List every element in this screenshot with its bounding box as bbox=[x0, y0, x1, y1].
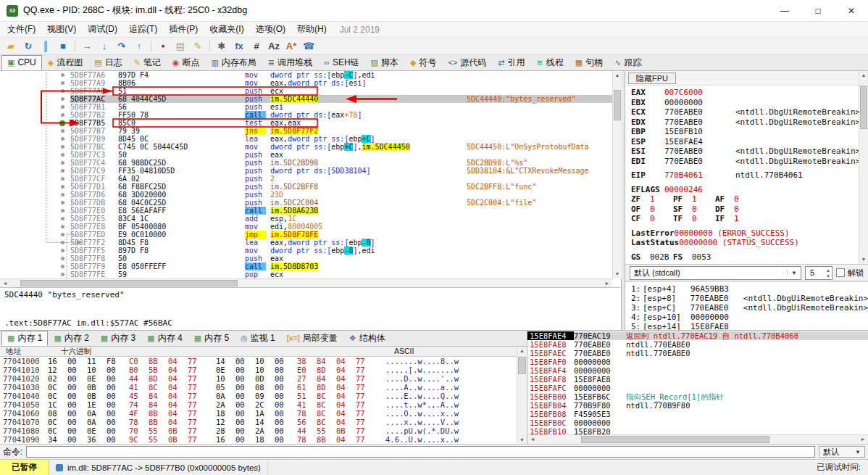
command-input[interactable] bbox=[26, 446, 815, 458]
disasm-row-5D8F77C9[interactable]: 5D8F77C9FF35 04810D5Dpush dword ptr ds:[… bbox=[0, 167, 612, 175]
stack-row-15E8FAF8[interactable]: 15E8FAF815E8FAE8 bbox=[527, 375, 868, 384]
stack-row-15E8FAFC[interactable]: 15E8FAFC00000000 bbox=[527, 384, 868, 392]
menu-item-1[interactable]: 视图(V) bbox=[41, 22, 82, 37]
restart-icon[interactable]: ↻ bbox=[20, 39, 36, 54]
stack-row-15E8FAEC[interactable]: 15E8FAEC770EABE0ntdll.770EABE0 bbox=[527, 349, 868, 358]
registers-vscrollbar[interactable]: ▲ ▼ bbox=[859, 71, 868, 264]
stack-row-15E8FAF0[interactable]: 15E8FAF000000000 bbox=[527, 358, 868, 366]
breakpoint-dot[interactable] bbox=[61, 185, 64, 189]
bottom-tab-dump5[interactable]: ▦内存 5 bbox=[188, 331, 235, 346]
run-icon[interactable]: → bbox=[79, 39, 95, 54]
disasm-row-5D8F77BC[interactable]: 5D8F77BCC745 0C 5044C45Dmov dword ptr ss… bbox=[0, 143, 612, 151]
disasm-row-5D8F77E5[interactable]: 5D8F77E583C4 1Cadd esp,1C bbox=[0, 215, 612, 223]
breakpoint-dot[interactable] bbox=[61, 153, 64, 157]
breakpoint-dot[interactable] bbox=[61, 89, 64, 93]
convention-select[interactable]: 默认 (stdcall) ▼ bbox=[630, 266, 801, 280]
register-row[interactable]: EBX00000000 bbox=[631, 98, 858, 108]
arg-count-stepper[interactable]: 5 ▲▼ bbox=[805, 266, 832, 280]
memory-vscrollbar[interactable]: ▲ ▼ bbox=[517, 347, 527, 445]
register-row[interactable]: ESI770EABE0<ntdll.DbgUiRemoteBreakin> bbox=[631, 146, 858, 157]
tab-script[interactable]: ▨脚本 bbox=[365, 55, 404, 70]
stack-row-15E8FB00[interactable]: 15E8FB0015E8FB6C指向SEH_Record[1]的指针 bbox=[527, 392, 868, 401]
maximize-button[interactable]: □ bbox=[801, 0, 835, 21]
register-row[interactable]: EFLAGS00000246 bbox=[631, 185, 858, 195]
font-icon[interactable]: Az bbox=[266, 39, 282, 54]
breakpoint-dot[interactable] bbox=[61, 257, 64, 260]
register-row[interactable]: OF0SF0DF0 bbox=[631, 205, 858, 215]
breakpoint-dot[interactable] bbox=[61, 265, 64, 268]
step-out-icon[interactable]: ↑ bbox=[131, 39, 147, 54]
disasm-row-5D8F77C3[interactable]: 5D8F77C350push eax bbox=[0, 151, 612, 159]
breakpoint-dot[interactable] bbox=[61, 225, 64, 228]
argument-row[interactable]: 5:[esp+14]15E8FAE8 bbox=[631, 322, 868, 330]
memory-row-77041090[interactable]: 7704109034 00 36 009C 55 0B 7716 00 18 0… bbox=[0, 435, 527, 444]
close-button[interactable]: ✕ bbox=[835, 0, 868, 21]
register-row[interactable]: EDI770EABE0<ntdll.DbgUiRemoteBreakin> bbox=[631, 157, 858, 167]
breakpoint-dot[interactable] bbox=[61, 217, 64, 220]
disasm-hscrollbar[interactable]: ◄ ► bbox=[0, 278, 612, 287]
tab-notes[interactable]: ✎笔记 bbox=[128, 55, 167, 70]
disasm-row-5D8F77FE[interactable]: 5D8F77FE59pop ecx bbox=[0, 270, 612, 278]
step-into-icon[interactable]: ↓ bbox=[96, 39, 112, 54]
breakpoint-dot[interactable] bbox=[61, 209, 64, 212]
disasm-row-5D8F77B5[interactable]: 5D8F77B585C0test eax,eax bbox=[0, 119, 612, 127]
breakpoint-dot[interactable] bbox=[61, 129, 64, 133]
disasm-row-5D8F77E8[interactable]: 5D8F77E8BF 05400080mov edi,80004005 bbox=[0, 223, 612, 231]
register-row[interactable]: LastError00000000 (ERROR_SUCCESS) bbox=[631, 228, 858, 239]
bottom-tab-dump1[interactable]: ▦内存 1 bbox=[1, 331, 48, 346]
register-row[interactable]: EAX007C6000 bbox=[631, 88, 858, 98]
scroll-up-arrow[interactable]: ▲ bbox=[613, 71, 622, 80]
breakpoint-dot[interactable] bbox=[61, 169, 64, 173]
memory-rows[interactable]: 7704100016 00 11 F8C0 8B 04 7714 00 10 0… bbox=[0, 357, 527, 445]
tab-graph[interactable]: ◈流程图 bbox=[42, 55, 88, 70]
breakpoint-dot[interactable] bbox=[59, 120, 65, 126]
bottom-tab-locals[interactable]: [x=]局部变量 bbox=[281, 331, 343, 346]
stack-row-15E8FAE8[interactable]: 15E8FAE8770EABE0ntdll.770EABE0 bbox=[527, 340, 868, 349]
register-row[interactable]: ZF1PF1AF0 bbox=[631, 194, 858, 205]
argument-row[interactable]: 3:[esp+C]770EABE0<ntdll.DbgUiRemoteBreak… bbox=[631, 303, 868, 313]
scroll-left-arrow[interactable]: ◄ bbox=[527, 435, 538, 444]
checkbox-icon[interactable] bbox=[836, 268, 845, 277]
bottom-tab-dump4[interactable]: ▦内存 4 bbox=[141, 331, 188, 346]
register-row[interactable]: ESP15E8FAE4 bbox=[631, 137, 858, 147]
pause-icon[interactable]: ║ bbox=[38, 39, 54, 54]
argument-row[interactable]: 2:[esp+8]770EABE0<ntdll.DbgUiRemoteBreak… bbox=[631, 294, 868, 303]
memory-row-77041080[interactable]: 770410800C 00 0E 0070 55 0B 7728 00 2A 0… bbox=[0, 426, 527, 435]
stack-row-15E8FAF4[interactable]: 15E8FAF400000000 bbox=[527, 366, 868, 375]
disasm-row-5D8F77B7[interactable]: 5D8F77B779 39jns im.5D8F77F2 bbox=[0, 127, 612, 135]
phone-icon[interactable]: ☎ bbox=[301, 39, 317, 54]
scroll-up-arrow[interactable]: ▲ bbox=[517, 347, 527, 355]
tab-threads[interactable]: ≋线程 bbox=[531, 55, 569, 70]
tab-call-stack[interactable]: ≣调用堆栈 bbox=[262, 55, 318, 70]
scroll-down-arrow[interactable]: ▼ bbox=[859, 255, 868, 264]
memory-row-77041000[interactable]: 7704100016 00 11 F8C0 8B 04 7714 00 10 0… bbox=[0, 357, 527, 365]
settings-icon[interactable]: ✱ bbox=[214, 39, 230, 54]
unlock-checkbox[interactable]: 解锁 bbox=[836, 268, 864, 278]
open-file-icon[interactable]: ▰ bbox=[3, 39, 19, 54]
scroll-right-arrow[interactable]: ► bbox=[602, 279, 612, 287]
breakpoint-dot[interactable] bbox=[61, 177, 64, 181]
disasm-row-5D8F77A9[interactable]: 5D8F77A98B06mov eax,dword ptr ds:[esi] bbox=[0, 79, 612, 87]
register-row[interactable]: GS002BFS0053 bbox=[631, 252, 858, 263]
disasm-row-5D8F77D6[interactable]: 5D8F77D668 3D020000push 23D bbox=[0, 191, 612, 199]
breakpoint-dot[interactable] bbox=[61, 97, 64, 101]
disasm-row-5D8F77B2[interactable]: 5D8F77B2FF50 78call dword ptr ds:[eax+78… bbox=[0, 111, 612, 119]
register-row[interactable]: ECX770EABE0<ntdll.DbgUiRemoteBreakin> bbox=[631, 107, 858, 117]
bottom-tab-watch1[interactable]: ◎监视 1 bbox=[235, 331, 281, 346]
disasm-row-5D8F77AB[interactable]: 5D8F77AB51push ecx bbox=[0, 87, 612, 95]
tab-symbols[interactable]: ◆符号 bbox=[404, 55, 442, 70]
disasm-row-5D8F77F9[interactable]: 5D8F77F9E8 050FFEFFcall im.5D8D8703 bbox=[0, 263, 612, 270]
stack-row-15E8FB0C[interactable]: 15E8FB0C00000000 bbox=[527, 418, 868, 427]
breakpoint-dot[interactable] bbox=[61, 105, 64, 109]
breakpoint-dot[interactable] bbox=[61, 113, 64, 117]
memory-row-77041060[interactable]: 7704106008 00 0A 004F 8B 04 7718 00 1A 0… bbox=[0, 409, 527, 418]
stop-icon[interactable]: ▪ bbox=[155, 39, 171, 54]
disasm-row-5D8F77F2[interactable]: 5D8F77F28D45 F8lea eax,dword ptr ss:[ebp… bbox=[0, 239, 612, 247]
memory-row-77041050[interactable]: 770410501C 00 1E 0074 84 04 772A 00 2C 0… bbox=[0, 400, 527, 409]
tab-memory-map[interactable]: ▥内存布局 bbox=[205, 55, 262, 70]
bottom-tab-dump2[interactable]: ▦内存 2 bbox=[48, 331, 94, 346]
disasm-row-5D8F77D1[interactable]: 5D8F77D168 F8BFC25Dpush im.5DC2BFF85DC2B… bbox=[0, 183, 612, 191]
stack-row-15E8FB08[interactable]: 15E8FB08F45905E3 bbox=[527, 410, 868, 418]
register-row[interactable]: EIP770B4061ntdll.770B4061 bbox=[631, 170, 858, 181]
fx-icon[interactable]: fx bbox=[231, 39, 247, 54]
